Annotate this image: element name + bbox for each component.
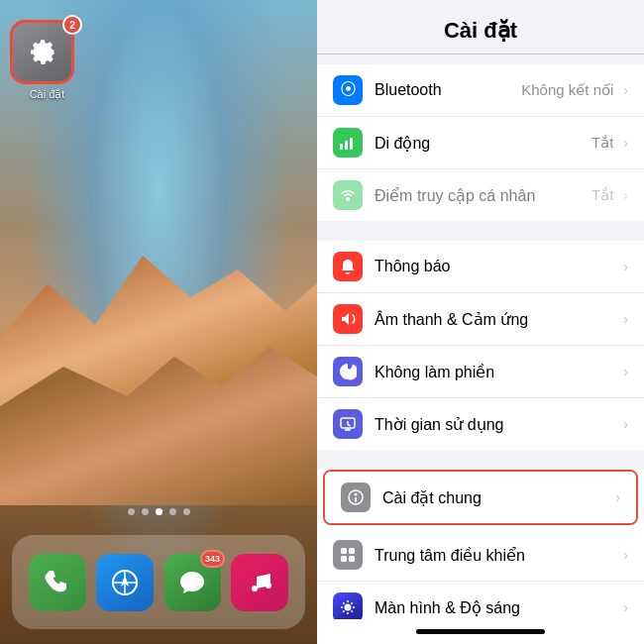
row-sound[interactable]: Âm thanh & Cảm ứng › [317,293,644,346]
controlcenter-right: › [623,547,628,563]
section-system: Cài đặt chung › [317,470,644,619]
dock: 343 [12,535,305,629]
bluetooth-right: Không kết nối › [521,81,628,99]
dock-phone[interactable] [29,554,86,611]
cellular-chevron: › [623,135,628,151]
controlcenter-chevron: › [623,547,628,563]
general-content: Cài đặt chung › [382,488,620,507]
dnd-content: Không làm phiền › [375,363,628,381]
row-controlcenter[interactable]: Trung tâm điều khiển › [317,529,644,582]
hotspot-right: Tắt › [591,186,628,204]
notifications-content: Thông báo › [375,258,628,275]
display-label: Màn hình & Độ sáng [375,598,520,617]
svg-point-18 [345,604,352,611]
cellular-right: Tắt › [591,134,628,152]
row-hotspot[interactable]: Điểm truy cập cá nhân Tắt › [317,169,644,221]
screentime-right: › [623,416,628,432]
display-chevron: › [623,599,628,615]
hotspot-value: Tắt [591,186,613,204]
sound-chevron: › [623,311,628,327]
notifications-label: Thông báo [375,258,451,275]
dnd-chevron: › [623,364,628,379]
general-chevron: › [615,489,620,505]
svg-point-9 [346,197,350,201]
screentime-label: Thời gian sử dụng [375,415,504,434]
settings-badge: 2 [62,15,82,35]
display-icon [333,592,363,619]
sound-right: › [623,311,628,327]
svg-rect-17 [349,556,355,562]
notifications-chevron: › [623,259,628,274]
svg-point-5 [266,583,271,589]
general-right: › [615,489,620,505]
screentime-chevron: › [623,416,628,432]
settings-header: Cài đặt [317,0,644,54]
hotspot-chevron: › [623,187,628,203]
row-dnd[interactable]: Không làm phiền › [317,346,644,398]
row-cellular[interactable]: Di động Tắt › [317,117,644,169]
screentime-icon [333,409,363,439]
row-bluetooth[interactable]: ⦿ Bluetooth Không kết nối › [317,64,644,117]
cellular-icon [333,128,363,158]
hotspot-label: Điểm truy cập cá nhân [375,186,535,205]
display-content: Màn hình & Độ sáng › [375,598,628,617]
svg-rect-15 [349,548,355,554]
row-display[interactable]: Màn hình & Độ sáng › [317,582,644,619]
home-screen: 2 Cài đặt [0,0,317,644]
bluetooth-label: Bluetooth [375,81,442,99]
notifications-icon [333,252,363,281]
settings-title: Cài đặt [333,18,628,44]
row-notifications[interactable]: Thông báo › [317,241,644,293]
settings-list: ⦿ Bluetooth Không kết nối › [317,54,644,619]
sound-content: Âm thanh & Cảm ứng › [375,310,628,329]
dot-5 [183,508,190,515]
screentime-content: Thời gian sử dụng › [375,415,628,434]
cellular-value: Tắt [591,134,613,152]
sound-icon [333,304,363,334]
controlcenter-icon [333,540,363,570]
dnd-right: › [623,364,628,379]
home-bar [416,629,545,634]
notifications-right: › [623,259,628,274]
svg-rect-8 [350,138,353,150]
svg-point-4 [252,586,258,591]
home-indicator [317,619,644,644]
section-notifications: Thông báo › Âm thanh & Cảm ứng [317,241,644,450]
section-connectivity: ⦿ Bluetooth Không kết nối › [317,64,644,221]
messages-badge: 343 [200,550,225,568]
dnd-icon [333,357,363,386]
bluetooth-value: Không kết nối [521,81,613,99]
sound-label: Âm thanh & Cảm ứng [375,310,528,329]
general-label: Cài đặt chung [382,488,482,507]
dot-4 [169,508,176,515]
cellular-content: Di động Tắt › [375,134,628,153]
row-screentime[interactable]: Thời gian sử dụng › [317,398,644,450]
hotspot-icon [333,180,363,210]
svg-rect-6 [340,144,343,150]
svg-rect-14 [341,548,347,554]
bluetooth-content: Bluetooth Không kết nối › [375,81,628,99]
svg-rect-16 [341,556,347,562]
highlighted-wrapper: Cài đặt chung › [323,470,638,525]
svg-rect-7 [345,141,348,150]
settings-panel: Cài đặt ⦿ Bluetooth Không kết nối › [317,0,644,644]
dot-3 [156,508,162,515]
general-icon [341,483,371,512]
controlcenter-label: Trung tâm điều khiển [375,546,525,565]
display-right: › [623,599,628,615]
dnd-label: Không làm phiền [375,363,494,381]
dock-safari[interactable] [96,554,154,611]
bluetooth-chevron: › [623,82,628,98]
svg-rect-13 [355,497,357,502]
row-general[interactable]: Cài đặt chung › [325,472,636,523]
settings-app-label: Cài đặt [10,88,84,101]
dock-messages[interactable]: 343 [163,554,221,611]
settings-app[interactable]: 2 Cài đặt [10,20,84,94]
dot-2 [142,508,149,515]
controlcenter-content: Trung tâm điều khiển › [375,546,628,565]
bluetooth-icon: ⦿ [333,75,363,105]
dot-1 [128,508,135,515]
page-dots [0,508,317,515]
dock-music[interactable] [231,554,288,611]
cellular-label: Di động [375,134,430,153]
